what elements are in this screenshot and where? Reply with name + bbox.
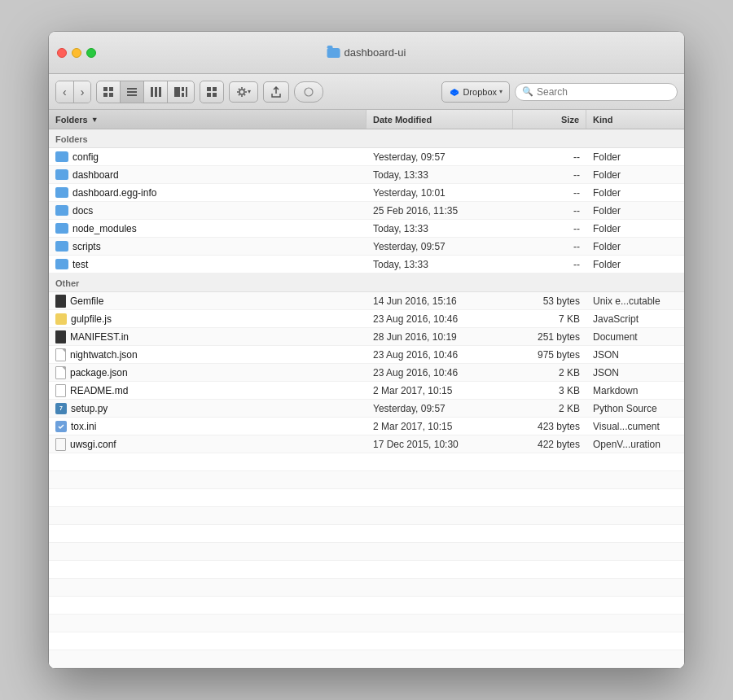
sort-arrow: ▼ xyxy=(91,116,99,124)
svg-rect-14 xyxy=(207,87,211,91)
file-date: Today, 13:33 xyxy=(366,169,513,181)
svg-rect-1 xyxy=(109,87,113,91)
file-size: 423 bytes xyxy=(513,421,586,432)
file-date: 17 Dec 2015, 10:30 xyxy=(366,439,513,450)
dropbox-button[interactable]: Dropbox ▾ xyxy=(441,81,510,103)
empty-row xyxy=(49,489,684,507)
file-row[interactable]: package.json 23 Aug 2016, 10:46 2 KB JSO… xyxy=(49,364,684,382)
file-kind: Visual...cument xyxy=(586,421,684,432)
file-name: setup.py xyxy=(71,403,108,414)
file-size: -- xyxy=(513,169,586,181)
col-header-date[interactable]: Date Modified xyxy=(366,110,513,129)
svg-point-19 xyxy=(305,88,313,96)
svg-rect-10 xyxy=(174,87,180,97)
file-name: docs xyxy=(72,205,93,217)
file-date: 23 Aug 2016, 10:46 xyxy=(366,367,513,378)
svg-rect-5 xyxy=(127,91,137,93)
file-size: 2 KB xyxy=(513,367,586,378)
view-column-button[interactable] xyxy=(143,81,167,103)
svg-rect-7 xyxy=(151,87,153,97)
list-view-icon xyxy=(126,86,138,98)
file-name-cell: 7 setup.py xyxy=(49,403,366,414)
folder-icon xyxy=(55,241,68,252)
file-name: dashboard xyxy=(72,169,119,181)
file-row[interactable]: dashboard Today, 13:33 -- Folder xyxy=(49,166,684,184)
arrange-icon xyxy=(206,86,217,98)
conf-icon xyxy=(55,438,66,451)
forward-button[interactable]: › xyxy=(73,81,91,103)
file-name-cell: uwsgi.conf xyxy=(49,438,366,451)
file-row[interactable]: nightwatch.json 23 Aug 2016, 10:46 975 b… xyxy=(49,346,684,364)
file-size: 2 KB xyxy=(513,403,586,414)
search-box[interactable]: 🔍 xyxy=(515,83,678,101)
file-name: Gemfile xyxy=(70,295,103,307)
file-row[interactable]: README.md 2 Mar 2017, 10:15 3 KB Markdow… xyxy=(49,382,684,400)
file-name-cell: nightwatch.json xyxy=(49,348,366,361)
file-name-cell: dashboard.egg-info xyxy=(49,187,366,199)
file-date: 25 Feb 2016, 11:35 xyxy=(366,205,513,217)
action-arrow: ▾ xyxy=(248,88,251,95)
file-date: Yesterday, 09:57 xyxy=(366,151,513,163)
search-input[interactable] xyxy=(537,86,670,98)
js-icon xyxy=(55,313,67,325)
share-button[interactable] xyxy=(263,81,289,103)
folder-icon xyxy=(55,169,68,180)
folder-icon xyxy=(55,187,68,198)
file-kind: Folder xyxy=(586,223,684,234)
file-name-cell: scripts xyxy=(49,241,366,252)
col-header-name[interactable]: Folders ▼ xyxy=(49,110,366,129)
file-row[interactable]: dashboard.egg-info Yesterday, 10:01 -- F… xyxy=(49,184,684,202)
view-cover-button[interactable] xyxy=(167,81,194,103)
empty-row xyxy=(49,650,684,668)
file-name-cell: docs xyxy=(49,205,366,217)
empty-row xyxy=(49,453,684,471)
view-list-button[interactable] xyxy=(120,81,143,103)
file-row[interactable]: scripts Yesterday, 09:57 -- Folder xyxy=(49,238,684,256)
file-name-cell: MANIFEST.in xyxy=(49,330,366,343)
file-date: 2 Mar 2017, 10:15 xyxy=(366,385,513,396)
file-name-cell: tox.ini xyxy=(49,421,366,432)
tag-button[interactable] xyxy=(294,81,323,103)
file-size: 3 KB xyxy=(513,385,586,396)
tox-icon xyxy=(55,421,67,432)
file-row[interactable]: MANIFEST.in 28 Jun 2016, 10:19 251 bytes… xyxy=(49,328,684,346)
file-date: Today, 13:33 xyxy=(366,223,513,234)
file-row[interactable]: uwsgi.conf 17 Dec 2015, 10:30 422 bytes … xyxy=(49,435,684,453)
file-kind: Folder xyxy=(586,151,684,163)
svg-rect-16 xyxy=(207,93,211,97)
file-row[interactable]: Gemfile 14 Jun 2016, 15:16 53 bytes Unix… xyxy=(49,292,684,310)
close-button[interactable] xyxy=(57,48,67,58)
file-date: Yesterday, 09:57 xyxy=(366,241,513,252)
file-name-cell: dashboard xyxy=(49,169,366,181)
file-kind: JSON xyxy=(586,349,684,361)
empty-row xyxy=(49,471,684,489)
file-size: -- xyxy=(513,151,586,163)
col-header-size[interactable]: Size xyxy=(513,110,586,129)
column-view-icon xyxy=(150,86,161,98)
file-row[interactable]: 7 setup.py Yesterday, 09:57 2 KB Python … xyxy=(49,400,684,418)
action-button[interactable]: ▾ xyxy=(229,81,258,103)
file-row[interactable]: gulpfile.js 23 Aug 2016, 10:46 7 KB Java… xyxy=(49,310,684,328)
file-name: dashboard.egg-info xyxy=(72,187,156,199)
file-kind: JSON xyxy=(586,367,684,378)
svg-point-18 xyxy=(239,90,244,94)
file-size: 251 bytes xyxy=(513,331,586,343)
file-row[interactable]: test Today, 13:33 -- Folder xyxy=(49,256,684,273)
file-row[interactable]: tox.ini 2 Mar 2017, 10:15 423 bytes Visu… xyxy=(49,418,684,435)
gear-icon xyxy=(236,86,248,98)
file-row[interactable]: docs 25 Feb 2016, 11:35 -- Folder xyxy=(49,202,684,220)
doc-icon xyxy=(55,348,66,361)
arrange-button[interactable] xyxy=(200,81,223,103)
file-name: MANIFEST.in xyxy=(70,331,129,343)
maximize-button[interactable] xyxy=(86,48,96,58)
folder-icon xyxy=(55,205,68,216)
minimize-button[interactable] xyxy=(72,48,81,58)
col-header-kind[interactable]: Kind xyxy=(586,110,684,129)
file-row[interactable]: config Yesterday, 09:57 -- Folder xyxy=(49,148,684,166)
toolbar: ‹ › xyxy=(49,74,684,110)
view-icon-button[interactable] xyxy=(97,81,120,103)
back-button[interactable]: ‹ xyxy=(56,81,73,103)
black-doc-icon xyxy=(55,295,66,308)
file-row[interactable]: node_modules Today, 13:33 -- Folder xyxy=(49,220,684,238)
column-headers: Folders ▼ Date Modified Size Kind xyxy=(49,110,684,129)
